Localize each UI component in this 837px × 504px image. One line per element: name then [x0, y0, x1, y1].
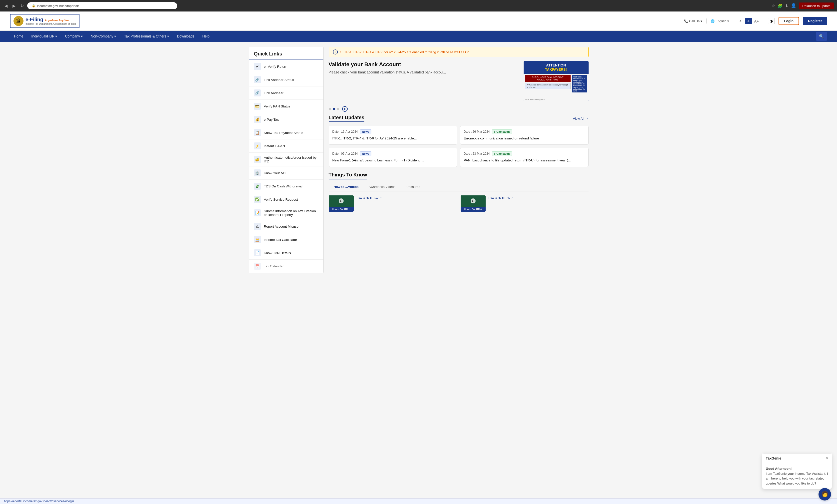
instantpan-icon: ⚡ — [254, 142, 261, 149]
nav-individual[interactable]: Individual/HUF ▾ — [27, 31, 61, 42]
contrast-button[interactable]: ◑ — [768, 18, 774, 24]
validate-image: ATTENTION TAXPAYERS! CHECK YOUR BANK ACC… — [523, 61, 589, 101]
sidebar-item-linkaadhaar[interactable]: 🔗 Link Aadhaar — [249, 87, 323, 100]
update-badge-3: News — [360, 151, 372, 156]
view-all-link[interactable]: View All → — [573, 117, 588, 121]
sidebar-item-everify[interactable]: ✔ e- Verify Return — [249, 60, 323, 73]
nav-bar: Home Individual/HUF ▾ Company ▾ Non-Comp… — [0, 31, 837, 42]
link-icon: 🔗 — [254, 89, 261, 96]
sidebar-item-knowyourao[interactable]: 🏢 Know Your AO — [249, 166, 323, 180]
sidebar-item-verifyservice[interactable]: ✅ Verify Service Request — [249, 193, 323, 206]
sidebar-item-taxcalendar[interactable]: 📅 Tax Calendar — [249, 259, 323, 273]
star-icon[interactable]: ☆ — [771, 3, 775, 8]
update-date-3: Date : 05-Apr-2024 — [333, 152, 358, 156]
nav-home[interactable]: Home — [10, 31, 27, 42]
sidebar-item-verifypan[interactable]: 💳 Verify PAN Status — [249, 100, 323, 113]
sidebar-item-epaytax[interactable]: 💰 e-Pay Tax — [249, 113, 323, 126]
nav-noncompany[interactable]: Non-Company ▾ — [87, 31, 120, 42]
login-button[interactable]: Login — [779, 17, 799, 25]
back-button[interactable]: ◀ — [3, 2, 9, 9]
update-date-2: Date : 26-Mar-2024 — [464, 130, 490, 133]
sidebar-item-authenticate[interactable]: 🔐 Authenticate notice/order issued by IT… — [249, 153, 323, 166]
refresh-button[interactable]: ↻ — [19, 2, 25, 9]
download-icon[interactable]: ⬇ — [785, 3, 788, 8]
call-dropdown-icon: ▾ — [700, 19, 702, 23]
sidebar-item-calculator[interactable]: 🧮 Income Tax Calculator — [249, 233, 323, 246]
validate-desc: Please check your bank account validatio… — [329, 70, 519, 75]
logo-text: e-Filing Anywhere Anytime Income Tax Dep… — [25, 17, 76, 25]
browser-icons: ☆ 🧩 ⬇ 👤 Relaunch to update — [771, 2, 834, 9]
validate-title: Validate your Bank Account — [329, 61, 519, 68]
sidebar-item-taxpaymentstatus[interactable]: 📋 Know Tax Payment Status — [249, 126, 323, 140]
external-link-icon-2: ↗ — [511, 196, 514, 199]
updates-title: Latest Updates — [329, 115, 364, 122]
sidebar-item-knowtan[interactable]: 📄 Know TAN Details — [249, 246, 323, 259]
sidebar-item-linkaadhaarstatus[interactable]: 🔗 Link Aadhaar Status — [249, 73, 323, 87]
linkstatus-icon: 🔗 — [254, 76, 261, 83]
update-card-1[interactable]: Date : 16-Apr-2024 News ITR-1, ITR-2, IT… — [329, 126, 457, 145]
update-date-4: Date : 23-Mar-2024 — [464, 152, 490, 156]
profile-icon[interactable]: 👤 — [791, 3, 796, 8]
tab-brochures[interactable]: Brochures — [400, 183, 425, 191]
service-icon: ✅ — [254, 196, 261, 203]
tab-awareness-videos[interactable]: Awareness Videos — [364, 183, 400, 191]
register-button[interactable]: Register — [803, 17, 827, 25]
carousel-pause-button[interactable]: ⏸ — [342, 106, 348, 112]
update-card-2[interactable]: Date : 26-Mar-2024 e-Campaign Erroneous … — [460, 126, 589, 145]
forward-button[interactable]: ▶ — [11, 2, 17, 9]
misuse-icon: ⚠ — [254, 223, 261, 230]
calendar-icon: 📅 — [254, 263, 261, 270]
call-us-button[interactable]: 📞 Call Us ▾ — [684, 19, 702, 23]
relaunch-button[interactable]: Relaunch to update — [799, 2, 834, 9]
nav-help[interactable]: Help — [198, 31, 214, 42]
video-title-itr1: How to file ITR 1? ↗ — [357, 195, 381, 200]
font-small-button[interactable]: A — [737, 18, 744, 24]
section-header: Latest Updates View All → — [329, 115, 589, 122]
tab-howto-videos[interactable]: How to ...Videos — [329, 183, 364, 191]
individual-dropdown-icon: ▾ — [55, 34, 57, 38]
update-text-4: PAN: Last chance to file updated return … — [464, 158, 585, 163]
carousel-dot-3[interactable] — [337, 108, 339, 110]
update-date-1: Date : 16-Apr-2024 — [333, 130, 358, 133]
nav-search-button[interactable]: 🔍 — [816, 32, 827, 41]
update-card-4[interactable]: Date : 23-Mar-2024 e-Campaign PAN: Last … — [460, 148, 589, 167]
ao-icon: 🏢 — [254, 169, 261, 176]
nav-taxprofessionals[interactable]: Tax Professionals & Others ▾ — [120, 31, 173, 42]
language-button[interactable]: 🌐 English ▾ — [711, 19, 729, 23]
auth-icon: 🔐 — [254, 156, 261, 163]
sidebar: Quick Links ✔ e- Verify Return 🔗 Link Aa… — [249, 47, 324, 273]
pan-icon: 💳 — [254, 103, 261, 110]
video-card-itr1[interactable]: ▶ How to File ITR 1 How to file ITR 1? ↗ — [329, 195, 457, 212]
update-badge-1: News — [360, 129, 372, 134]
sidebar-item-taxevasion[interactable]: 📝 Submit Information on Tax Evasion or B… — [249, 206, 323, 220]
check-btn[interactable]: CHECK YOUR BANK ACCOUNT VALIDATION STATU… — [525, 75, 571, 82]
everify-icon: ✔ — [254, 63, 261, 70]
globe-icon: 🌐 — [711, 19, 714, 23]
videos-grid: ▶ How to File ITR 1 How to file ITR 1? ↗ — [329, 195, 589, 212]
attention-desc: A Validated Bank account is necessary fo… — [525, 83, 571, 89]
carousel-dot-1[interactable] — [329, 108, 331, 110]
main-container: Quick Links ✔ e- Verify Return 🔗 Link Aa… — [244, 42, 593, 278]
divider-3 — [764, 18, 764, 23]
font-medium-button[interactable]: A — [745, 18, 752, 24]
extensions-icon[interactable]: 🧩 — [778, 3, 783, 8]
calc-icon: 🧮 — [254, 236, 261, 243]
logo-box: 🏛 e-Filing Anywhere Anytime Income Tax D… — [10, 14, 79, 28]
things-title: Things To Know — [329, 172, 367, 179]
sidebar-item-instantepan[interactable]: ⚡ Instant E-PAN — [249, 140, 323, 153]
external-link-icon-1: ↗ — [379, 196, 381, 199]
things-tabs: How to ...Videos Awareness Videos Brochu… — [329, 183, 589, 192]
update-card-3[interactable]: Date : 05-Apr-2024 News New Form-1 (Airc… — [329, 148, 457, 167]
sidebar-item-reportmisuse[interactable]: ⚠ Report Account Misuse — [249, 220, 323, 233]
sidebar-item-tdscash[interactable]: 💸 TDS On Cash Withdrawal — [249, 180, 323, 193]
video-card-itr4[interactable]: ▶ How to File ITR 4 How to file ITR 4? ↗ — [461, 195, 589, 212]
lang-dropdown-icon: ▾ — [727, 19, 729, 23]
nav-company[interactable]: Company ▾ — [61, 31, 87, 42]
validate-text: Validate your Bank Account Please check … — [329, 61, 519, 75]
update-badge-4: e-Campaign — [492, 151, 512, 156]
address-bar[interactable]: 🔒 incometax.gov.in/iec/foportal/ — [27, 2, 177, 9]
font-large-button[interactable]: A+ — [753, 18, 760, 24]
epay-icon: 💰 — [254, 116, 261, 123]
nav-downloads[interactable]: Downloads — [173, 31, 198, 42]
carousel-dot-2[interactable] — [333, 108, 335, 110]
